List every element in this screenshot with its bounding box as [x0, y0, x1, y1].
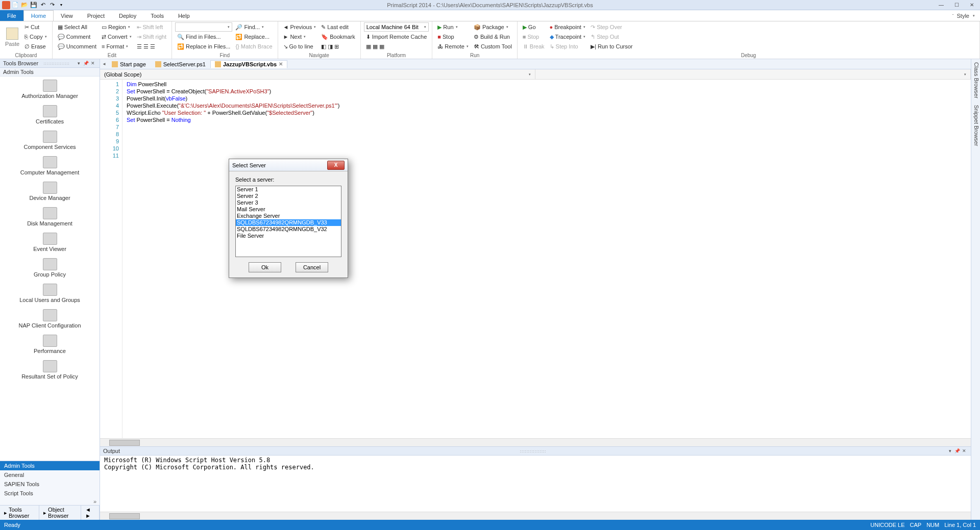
bottom-tab[interactable]: ▸Tools Browser — [0, 506, 39, 520]
tool-item[interactable]: Resultant Set of Policy — [0, 357, 100, 383]
stepover-button[interactable]: ↷Step Over — [589, 22, 634, 32]
listbox-item[interactable]: File Server — [236, 233, 341, 239]
listbox-item[interactable]: SQLDBS67234982QRMNGDB_V33 — [236, 219, 341, 226]
tab-scroll[interactable]: ◄ ► — [81, 506, 100, 520]
output-close-icon[interactable]: ✕ — [961, 448, 968, 453]
paste-button[interactable]: Paste — [3, 22, 21, 52]
tab-view[interactable]: View — [54, 10, 80, 21]
listbox-item[interactable]: SQLDBS67234982QRMNGDB_V32 — [236, 226, 341, 233]
output-hscrollbar[interactable] — [100, 512, 971, 520]
copy-button[interactable]: ⎘Copy▾ — [22, 32, 49, 41]
find-combo[interactable]: ▾ — [175, 22, 232, 32]
replace-button[interactable]: 🔁Replace... — [233, 32, 274, 41]
go-button[interactable]: ▶Go — [521, 22, 547, 32]
break-button[interactable]: ⏸Break — [521, 42, 547, 51]
ok-button[interactable]: Ok — [249, 262, 281, 272]
breakpoint-button[interactable]: ●Breakpoint▾ — [548, 22, 588, 32]
panel-dropdown-icon[interactable]: ▾ — [75, 61, 82, 66]
dialog-close-button[interactable]: X — [327, 161, 345, 170]
member-dropdown[interactable]: ▾ — [535, 69, 971, 79]
close-button[interactable]: ✕ — [966, 1, 978, 9]
region-button[interactable]: ▭Region▾ — [100, 22, 134, 32]
category-item[interactable]: Script Tools — [0, 489, 100, 498]
stepinto-button[interactable]: ↳Step Into — [548, 42, 588, 51]
editor-hscrollbar[interactable] — [100, 438, 971, 446]
tracepoint-button[interactable]: ◆Tracepoint▾ — [548, 32, 588, 41]
convert-button[interactable]: ⇄Convert▾ — [100, 32, 134, 41]
tool-list[interactable]: Authorization ManagerCertificatesCompone… — [0, 77, 100, 461]
runtocursor-button[interactable]: ▶|Run to Cursor — [589, 42, 634, 51]
listbox-item[interactable]: Mail Server — [236, 206, 341, 213]
selectall-button[interactable]: ▦Select All — [56, 22, 99, 32]
lastedit-button[interactable]: ✎Last edit — [319, 22, 357, 32]
tool-item[interactable]: Group Policy — [0, 255, 100, 281]
cut-button[interactable]: ✂Cut — [22, 22, 49, 32]
tab-close-icon[interactable]: ✕ — [279, 61, 283, 67]
tab-project[interactable]: Project — [80, 10, 112, 21]
customtool-button[interactable]: 🛠Custom Tool — [472, 42, 514, 51]
platform-misc[interactable]: ▦▦▦ — [364, 42, 429, 51]
doc-tab[interactable]: JazzupVBScript.vbs✕ — [210, 60, 287, 68]
cancel-button[interactable]: Cancel — [296, 262, 328, 272]
import-remote-cache-button[interactable]: ⬇Import Remote Cache — [364, 32, 429, 41]
tab-help[interactable]: Help — [171, 10, 197, 21]
listbox-item[interactable]: Server 3 — [236, 199, 341, 206]
package-button[interactable]: 📦Package▾ — [472, 22, 514, 32]
tool-item[interactable]: Component Services — [0, 128, 100, 153]
replaceinfiles-button[interactable]: 🔁Replace in Files... — [175, 42, 232, 51]
bottom-tab[interactable]: ▸Object Browser — [39, 506, 81, 520]
gotoline-button[interactable]: ↘Go to line — [281, 42, 318, 51]
comment-button[interactable]: 💬Comment — [56, 32, 99, 41]
qat-dropdown-icon[interactable]: ▼ — [57, 1, 65, 9]
open-icon[interactable]: 📂 — [20, 1, 29, 9]
save-icon[interactable]: 💾 — [30, 1, 38, 9]
style-menu[interactable]: Style — [957, 13, 969, 19]
platform-target-combo[interactable]: Local Machine 64 Bit▾ — [364, 22, 429, 32]
category-item[interactable]: General — [0, 470, 100, 479]
run-button[interactable]: ▶Run▾ — [435, 22, 471, 32]
undo-icon[interactable]: ↶ — [39, 1, 47, 9]
doc-tab[interactable]: Start page — [107, 60, 151, 68]
tool-item[interactable]: Performance — [0, 332, 100, 357]
tool-item[interactable]: Disk Management — [0, 204, 100, 230]
tool-item[interactable]: Computer Management — [0, 153, 100, 179]
previous-button[interactable]: ◄Previous▾ — [281, 22, 318, 32]
category-item[interactable]: SAPIEN Tools — [0, 479, 100, 489]
format-button[interactable]: ≡Format▾ — [100, 42, 134, 51]
shiftright-button[interactable]: ⇥Shift right — [135, 32, 168, 41]
stop-button[interactable]: ■Stop — [435, 32, 471, 41]
findinfiles-button[interactable]: 🔍Find in Files... — [175, 32, 232, 41]
tab-home[interactable]: Home — [23, 10, 54, 21]
find-button[interactable]: 🔎Find...▾ — [233, 22, 274, 32]
new-icon[interactable]: 📄 — [11, 1, 19, 9]
stepout-button[interactable]: ↰Step Out — [589, 32, 634, 41]
next-button[interactable]: ►Next▾ — [281, 32, 318, 41]
tool-item[interactable]: NAP Client Configuration — [0, 306, 100, 332]
debug-stop-button[interactable]: ■Stop — [521, 32, 547, 41]
listbox-item[interactable]: Server 2 — [236, 193, 341, 199]
tool-item[interactable]: Local Users and Groups — [0, 281, 100, 306]
uncomment-button[interactable]: 💬Uncomment — [56, 42, 99, 51]
doc-tab[interactable]: SelectServer.ps1 — [151, 60, 210, 68]
tool-item[interactable]: Event Viewer — [0, 230, 100, 255]
output-pin-icon[interactable]: 📌 — [953, 448, 961, 453]
tool-item[interactable]: Certificates — [0, 102, 100, 128]
listbox-item[interactable]: Server 1 — [236, 186, 341, 193]
minimize-button[interactable]: — — [935, 1, 947, 9]
server-listbox[interactable]: Server 1Server 2Server 3Mail ServerExcha… — [235, 186, 341, 257]
tab-file[interactable]: File — [0, 10, 23, 21]
tab-deploy[interactable]: Deploy — [112, 10, 143, 21]
category-item[interactable]: Admin Tools — [0, 461, 100, 470]
matchbrace-button[interactable]: {}Match Brace — [233, 42, 274, 51]
tab-scroll-left-icon[interactable]: ◄ — [102, 62, 106, 66]
nav-misc[interactable]: ◧◨⊞ — [319, 42, 357, 51]
class-browser-tab[interactable]: Class Browser — [973, 62, 979, 98]
bookmark-button[interactable]: 🔖Bookmark — [319, 32, 357, 41]
erase-button[interactable]: ∅Erase — [22, 42, 49, 51]
restore-button[interactable]: ☐ — [950, 1, 963, 9]
edit-misc-row[interactable]: ☰☰☰ — [135, 42, 168, 51]
remote-button[interactable]: 🖧Remote▾ — [435, 42, 471, 51]
panel-close-icon[interactable]: ✕ — [89, 61, 96, 66]
output-dropdown-icon[interactable]: ▾ — [946, 448, 953, 453]
tool-item[interactable]: Device Manager — [0, 179, 100, 204]
